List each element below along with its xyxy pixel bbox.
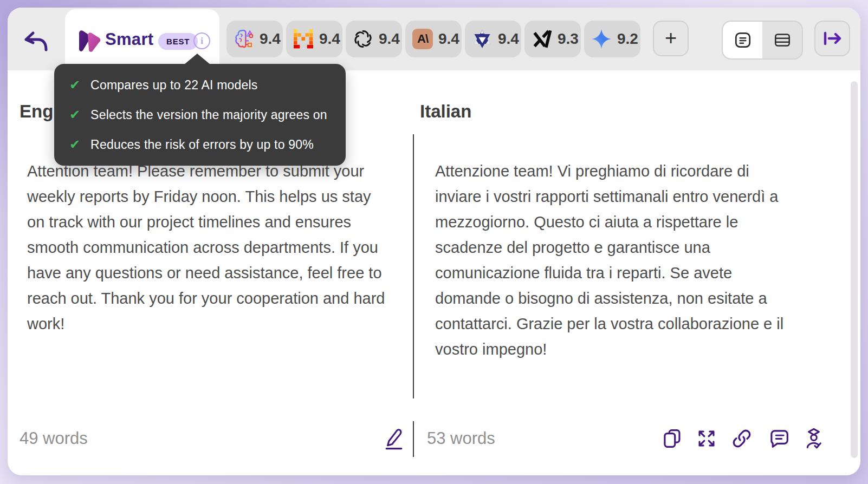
mistral-pixel-m-icon <box>293 29 314 49</box>
comment-bubble-icon <box>768 428 790 449</box>
checkmark-icon: ✔ <box>69 107 80 122</box>
toolbar: Smart BEST i <box>8 8 860 70</box>
model-score: 9.4 <box>260 30 281 48</box>
source-text[interactable]: Attention team! Please remember to submi… <box>27 159 391 337</box>
undo-arrow-icon <box>22 28 49 53</box>
add-model-button[interactable]: + <box>653 21 689 56</box>
openai-swirl-icon <box>353 29 373 49</box>
gemini-star-icon <box>591 29 612 49</box>
comment-button[interactable] <box>768 428 790 449</box>
model-score: 9.4 <box>498 30 519 48</box>
reviewer-person-check-icon <box>803 428 825 449</box>
tooltip-arrow <box>184 54 210 64</box>
export-right-arrow-icon <box>821 29 843 48</box>
model-tab-mistral[interactable]: 9.4 <box>286 21 342 57</box>
best-badge: BEST <box>158 33 198 50</box>
smart-info-tooltip: ✔ Compares up to 22 AI models ✔ Selects … <box>54 64 346 166</box>
copy-icon <box>662 428 683 449</box>
export-button[interactable] <box>814 21 850 56</box>
model-score: 9.3 <box>558 30 579 48</box>
twin-triangles-logo-icon <box>77 29 102 53</box>
target-text[interactable]: Attenzione team! Vi preghiamo di ricorda… <box>435 159 799 362</box>
tooltip-item: ✔ Reduces the risk of errors by up to 90… <box>69 137 331 152</box>
app-background: Smart BEST i <box>0 0 868 484</box>
document-view-button[interactable] <box>723 22 762 58</box>
rows-view-icon <box>773 30 792 50</box>
grok-x1-icon <box>532 29 552 49</box>
vertical-scrollbar[interactable] <box>851 81 858 458</box>
copy-button[interactable] <box>662 428 683 449</box>
source-word-count: 49 words <box>20 429 88 448</box>
model-tab-openai[interactable]: 9.4 <box>346 21 402 57</box>
expand-fullscreen-icon <box>696 428 717 449</box>
model-tab-anthropic[interactable]: A\ 9.4 <box>405 21 462 57</box>
brain-circuit-icon <box>234 29 254 49</box>
document-view-icon <box>733 30 753 50</box>
model-score: 9.4 <box>379 30 400 48</box>
share-link-button[interactable] <box>731 428 753 449</box>
footer-divider <box>413 421 414 457</box>
smart-tab-label: Smart <box>105 30 153 49</box>
expert-review-button[interactable] <box>803 428 825 449</box>
expand-button[interactable] <box>696 428 717 449</box>
info-icon[interactable]: i <box>193 32 210 49</box>
target-language-title: Italian <box>420 101 471 122</box>
view-toggle <box>722 21 803 60</box>
rows-view-button[interactable] <box>762 22 802 58</box>
model-tab-brain[interactable]: 9.4 <box>226 21 283 57</box>
anthropic-icon: A\ <box>412 29 433 49</box>
column-divider <box>413 134 414 398</box>
tooltip-item: ✔ Selects the version the majority agree… <box>69 107 331 122</box>
edit-source-button[interactable] <box>381 426 406 450</box>
model-score: 9.4 <box>438 30 459 48</box>
model-tab-grok[interactable]: 9.3 <box>524 21 581 57</box>
model-tab-knot[interactable]: 9.4 <box>465 21 521 57</box>
hexagon-knot-icon <box>472 29 493 49</box>
checkmark-icon: ✔ <box>69 137 80 152</box>
translation-card: Smart BEST i <box>8 8 860 475</box>
tooltip-item: ✔ Compares up to 22 AI models <box>69 77 331 93</box>
link-chain-icon <box>731 428 753 449</box>
model-score: 9.4 <box>319 30 340 48</box>
checkmark-icon: ✔ <box>69 77 80 93</box>
back-button[interactable] <box>22 28 49 53</box>
model-tab-gemini[interactable]: 9.2 <box>584 21 640 57</box>
pencil-edit-icon <box>381 426 406 450</box>
target-word-count: 53 words <box>427 429 495 448</box>
model-score: 9.2 <box>617 30 638 48</box>
